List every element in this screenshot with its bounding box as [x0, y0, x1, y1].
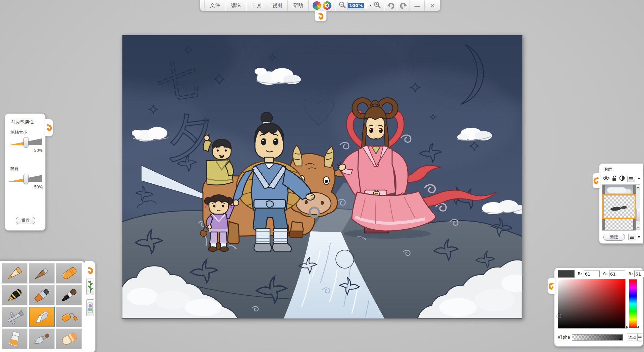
color-picker-panel: R: G: B: Alpha: [554, 268, 643, 347]
toolbar-collapse-handle[interactable]: [315, 11, 327, 21]
hue-marker-right[interactable]: [637, 326, 639, 329]
palette-collapse-handle[interactable]: [87, 267, 93, 275]
new-layer-button[interactable]: 新建: [603, 234, 625, 241]
saturation-value-field[interactable]: [558, 279, 626, 329]
menu-view[interactable]: 视图: [267, 0, 288, 11]
main-toolbar: 文件 编辑 工具 视图 帮助 100% — ✕: [200, 0, 440, 11]
layer-menu-caret[interactable]: [638, 178, 640, 180]
layer-unlock-icon[interactable]: [612, 175, 617, 182]
tool-palette-side-strip: [85, 261, 96, 352]
red-label: R:: [578, 272, 583, 276]
alpha-decrement-button[interactable]: [638, 338, 642, 341]
minimize-button[interactable]: —: [410, 0, 425, 11]
layers-options-caret[interactable]: [638, 236, 640, 238]
toolbar-grip[interactable]: [200, 0, 205, 11]
marker-panel-collapse-handle[interactable]: [45, 119, 53, 136]
marker-panel-title: 马克笔属性: [5, 114, 45, 125]
layers-panel: 图层 新建: [599, 163, 643, 244]
layer-item-above[interactable]: [602, 185, 636, 194]
tool-airbrush[interactable]: [2, 307, 28, 327]
zoom-level-value: 100%: [348, 3, 364, 8]
zoom-out-icon[interactable]: [338, 1, 346, 10]
menu-tools[interactable]: 工具: [246, 0, 267, 11]
tool-crayon[interactable]: [56, 263, 82, 284]
marker-properties-panel: 马克笔属性 笔触大小 50% 稀释 50% 重置: [5, 113, 46, 231]
sv-cursor[interactable]: [557, 314, 561, 318]
blue-input[interactable]: [634, 271, 644, 277]
layer-list: [602, 184, 636, 231]
rainbow-swirl-icon[interactable]: [323, 1, 331, 10]
plant-brush-tab[interactable]: [86, 279, 94, 295]
current-color-swatch[interactable]: [558, 270, 575, 278]
tool-palette: [0, 261, 86, 352]
alpha-marker[interactable]: [619, 338, 622, 340]
zoom-dropdown-caret[interactable]: [369, 5, 372, 6]
layer-item-selected[interactable]: [602, 194, 636, 219]
tool-pencil[interactable]: [2, 263, 28, 284]
scrollbar-thumb[interactable]: [636, 209, 640, 221]
tool-flat-brush[interactable]: [29, 285, 55, 305]
close-glyph: ✕: [430, 2, 435, 9]
zoom-group: 100%: [335, 0, 384, 11]
menu-edit[interactable]: 编辑: [225, 0, 246, 11]
tool-wood-pen[interactable]: [29, 263, 55, 284]
hue-marker-left[interactable]: [626, 326, 628, 329]
menu-file[interactable]: 文件: [205, 0, 225, 11]
canvas-illustration: 七 夕: [122, 35, 522, 318]
stamp-tab[interactable]: [86, 299, 94, 316]
brush-size-label: 笔触大小: [10, 130, 45, 135]
rainbow-palette-icon[interactable]: [313, 1, 321, 10]
layers-options-button[interactable]: [628, 234, 636, 240]
tool-ink-brush[interactable]: [56, 285, 82, 305]
layer-visibility-eye-icon[interactable]: [603, 176, 609, 182]
close-button[interactable]: ✕: [425, 0, 440, 11]
drawing-canvas[interactable]: 七 夕: [122, 35, 523, 319]
layer-list-scrollbar[interactable]: [636, 184, 640, 230]
layer-blend-icon[interactable]: [619, 175, 625, 182]
alpha-value-input[interactable]: [627, 334, 637, 341]
layer-item-below[interactable]: [602, 219, 636, 231]
tool-paint-roller[interactable]: [56, 307, 82, 327]
zoom-in-icon[interactable]: [373, 1, 381, 10]
sketch-char-qi: 七: [154, 55, 201, 107]
layers-panel-title: 图层: [599, 164, 643, 173]
hue-slider[interactable]: [629, 279, 637, 328]
layers-panel-collapse-handle[interactable]: [592, 173, 600, 188]
brush-size-slider[interactable]: [8, 137, 43, 148]
dilution-slider[interactable]: [8, 173, 43, 184]
layer-menu-button[interactable]: [627, 176, 635, 182]
dilution-label: 稀释: [10, 166, 45, 172]
brush-size-slider-knob[interactable]: [23, 137, 29, 148]
dilution-value: 50%: [10, 185, 43, 189]
tool-fountain-pen[interactable]: [2, 285, 28, 305]
tool-palette-knife[interactable]: [29, 329, 55, 349]
color-picker-collapse-handle[interactable]: [547, 278, 555, 294]
dilution-slider-knob[interactable]: [23, 174, 29, 184]
mode-icons-group: [309, 0, 335, 11]
alpha-label: Alpha: [558, 335, 572, 340]
zoom-level-field[interactable]: 100%: [347, 2, 367, 9]
menu-help[interactable]: 帮助: [288, 0, 309, 11]
brush-size-value: 50%: [10, 148, 43, 153]
undo-button[interactable]: [384, 0, 397, 11]
reset-button[interactable]: 重置: [16, 217, 35, 224]
green-label: G:: [603, 272, 608, 276]
scroll-down-button[interactable]: [636, 225, 640, 230]
green-input[interactable]: [609, 271, 625, 277]
scroll-up-button[interactable]: [636, 185, 640, 189]
tool-eraser[interactable]: [56, 329, 82, 349]
tool-ink-bottle[interactable]: [2, 329, 28, 349]
app-window: { "app": { "background_color": "#c6c6c6"…: [0, 0, 644, 352]
tool-marker[interactable]: [29, 307, 55, 327]
alpha-slider[interactable]: [572, 334, 623, 341]
red-input[interactable]: [584, 271, 600, 277]
minimize-glyph: —: [414, 2, 421, 9]
redo-button[interactable]: [397, 0, 410, 11]
blue-label: B:: [629, 272, 633, 276]
